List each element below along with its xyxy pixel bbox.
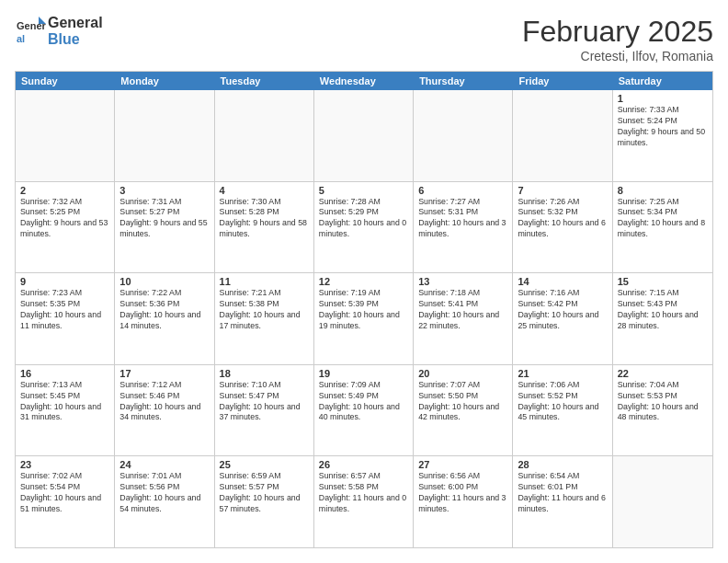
calendar-cell: 14Sunrise: 7:16 AM Sunset: 5:42 PM Dayli…	[513, 273, 612, 364]
day-number: 20	[418, 368, 507, 379]
title-block: February 2025 Cretesti, Ilfov, Romania	[522, 15, 713, 63]
day-info: Sunrise: 7:02 AM Sunset: 5:54 PM Dayligh…	[20, 471, 109, 515]
weekday-header: Monday	[115, 72, 214, 90]
day-number: 26	[319, 459, 408, 470]
day-info: Sunrise: 7:12 AM Sunset: 5:46 PM Dayligh…	[119, 380, 209, 424]
day-number: 6	[418, 185, 507, 196]
calendar-cell: 24Sunrise: 7:01 AM Sunset: 5:56 PM Dayli…	[115, 456, 214, 547]
day-info: Sunrise: 7:19 AM Sunset: 5:39 PM Dayligh…	[319, 288, 408, 332]
weekday-header: Wednesday	[314, 72, 414, 90]
weekday-header: Thursday	[414, 72, 513, 90]
logo-icon: Gener al	[15, 15, 48, 48]
calendar-body: 1Sunrise: 7:33 AM Sunset: 5:24 PM Daylig…	[16, 90, 712, 547]
calendar-cell: 1Sunrise: 7:33 AM Sunset: 5:24 PM Daylig…	[613, 90, 712, 181]
day-number: 5	[319, 185, 408, 196]
calendar-cell: 15Sunrise: 7:15 AM Sunset: 5:43 PM Dayli…	[613, 273, 712, 364]
day-number: 27	[418, 459, 507, 470]
calendar-row: 16Sunrise: 7:13 AM Sunset: 5:45 PM Dayli…	[16, 365, 712, 457]
svg-text:al: al	[17, 33, 25, 44]
calendar-row: 2Sunrise: 7:32 AM Sunset: 5:25 PM Daylig…	[16, 182, 712, 274]
calendar-cell: 28Sunrise: 6:54 AM Sunset: 6:01 PM Dayli…	[513, 456, 612, 547]
calendar-cell	[613, 456, 712, 547]
day-number: 12	[319, 276, 408, 287]
calendar-cell: 25Sunrise: 6:59 AM Sunset: 5:57 PM Dayli…	[215, 456, 314, 547]
calendar-cell: 18Sunrise: 7:10 AM Sunset: 5:47 PM Dayli…	[215, 365, 314, 456]
day-info: Sunrise: 7:01 AM Sunset: 5:56 PM Dayligh…	[119, 471, 209, 515]
day-number: 21	[518, 368, 607, 379]
day-number: 13	[418, 276, 507, 287]
day-info: Sunrise: 7:15 AM Sunset: 5:43 PM Dayligh…	[618, 288, 708, 332]
day-info: Sunrise: 7:06 AM Sunset: 5:52 PM Dayligh…	[518, 380, 607, 424]
calendar-cell	[414, 90, 513, 181]
calendar-cell: 5Sunrise: 7:28 AM Sunset: 5:29 PM Daylig…	[314, 182, 414, 273]
calendar-cell: 19Sunrise: 7:09 AM Sunset: 5:49 PM Dayli…	[314, 365, 414, 456]
day-number: 19	[319, 368, 408, 379]
day-info: Sunrise: 7:25 AM Sunset: 5:34 PM Dayligh…	[618, 197, 708, 241]
day-info: Sunrise: 7:13 AM Sunset: 5:45 PM Dayligh…	[20, 380, 109, 424]
calendar-cell: 13Sunrise: 7:18 AM Sunset: 5:41 PM Dayli…	[414, 273, 513, 364]
weekday-header: Friday	[513, 72, 612, 90]
calendar-page: Gener al General Blue February 2025 Cret…	[0, 0, 728, 563]
day-info: Sunrise: 7:18 AM Sunset: 5:41 PM Dayligh…	[418, 288, 507, 332]
calendar-cell: 23Sunrise: 7:02 AM Sunset: 5:54 PM Dayli…	[16, 456, 115, 547]
month-year: February 2025	[522, 15, 713, 49]
calendar-row: 23Sunrise: 7:02 AM Sunset: 5:54 PM Dayli…	[16, 456, 712, 547]
logo-blue: Blue	[48, 31, 80, 47]
calendar-cell: 16Sunrise: 7:13 AM Sunset: 5:45 PM Dayli…	[16, 365, 115, 456]
day-info: Sunrise: 7:10 AM Sunset: 5:47 PM Dayligh…	[220, 380, 309, 424]
calendar-row: 9Sunrise: 7:23 AM Sunset: 5:35 PM Daylig…	[16, 273, 712, 365]
location: Cretesti, Ilfov, Romania	[522, 49, 713, 63]
day-info: Sunrise: 7:16 AM Sunset: 5:42 PM Dayligh…	[518, 288, 607, 332]
day-number: 16	[20, 368, 109, 379]
calendar: SundayMondayTuesdayWednesdayThursdayFrid…	[15, 71, 713, 548]
calendar-cell: 6Sunrise: 7:27 AM Sunset: 5:31 PM Daylig…	[414, 182, 513, 273]
day-info: Sunrise: 7:28 AM Sunset: 5:29 PM Dayligh…	[319, 197, 408, 241]
day-number: 8	[618, 185, 708, 196]
day-number: 18	[220, 368, 309, 379]
calendar-cell: 10Sunrise: 7:22 AM Sunset: 5:36 PM Dayli…	[115, 273, 214, 364]
calendar-cell: 3Sunrise: 7:31 AM Sunset: 5:27 PM Daylig…	[115, 182, 214, 273]
day-info: Sunrise: 7:33 AM Sunset: 5:24 PM Dayligh…	[618, 105, 708, 149]
day-number: 22	[618, 368, 708, 379]
calendar-cell: 22Sunrise: 7:04 AM Sunset: 5:53 PM Dayli…	[613, 365, 712, 456]
calendar-cell	[115, 90, 214, 181]
logo-general: General	[48, 15, 103, 30]
logo: Gener al General Blue	[15, 15, 103, 48]
day-info: Sunrise: 7:31 AM Sunset: 5:27 PM Dayligh…	[119, 197, 209, 241]
day-info: Sunrise: 6:57 AM Sunset: 5:58 PM Dayligh…	[319, 471, 408, 515]
day-info: Sunrise: 7:23 AM Sunset: 5:35 PM Dayligh…	[20, 288, 109, 332]
day-info: Sunrise: 7:27 AM Sunset: 5:31 PM Dayligh…	[418, 197, 507, 241]
header: Gener al General Blue February 2025 Cret…	[15, 15, 713, 63]
calendar-cell: 11Sunrise: 7:21 AM Sunset: 5:38 PM Dayli…	[215, 273, 314, 364]
day-number: 25	[220, 459, 309, 470]
calendar-cell: 4Sunrise: 7:30 AM Sunset: 5:28 PM Daylig…	[215, 182, 314, 273]
day-number: 7	[518, 185, 607, 196]
day-info: Sunrise: 6:54 AM Sunset: 6:01 PM Dayligh…	[518, 471, 607, 515]
calendar-cell: 8Sunrise: 7:25 AM Sunset: 5:34 PM Daylig…	[613, 182, 712, 273]
day-number: 4	[220, 185, 309, 196]
day-number: 2	[20, 185, 109, 196]
calendar-cell	[16, 90, 115, 181]
day-number: 10	[119, 276, 209, 287]
calendar-header: SundayMondayTuesdayWednesdayThursdayFrid…	[16, 72, 712, 90]
day-info: Sunrise: 6:59 AM Sunset: 5:57 PM Dayligh…	[220, 471, 309, 515]
day-number: 15	[618, 276, 708, 287]
day-number: 3	[119, 185, 209, 196]
calendar-cell: 17Sunrise: 7:12 AM Sunset: 5:46 PM Dayli…	[115, 365, 214, 456]
calendar-cell: 20Sunrise: 7:07 AM Sunset: 5:50 PM Dayli…	[414, 365, 513, 456]
day-number: 11	[220, 276, 309, 287]
calendar-cell: 7Sunrise: 7:26 AM Sunset: 5:32 PM Daylig…	[513, 182, 612, 273]
day-info: Sunrise: 7:22 AM Sunset: 5:36 PM Dayligh…	[119, 288, 209, 332]
calendar-cell	[314, 90, 414, 181]
calendar-cell	[513, 90, 612, 181]
day-number: 17	[119, 368, 209, 379]
weekday-header: Sunday	[16, 72, 115, 90]
calendar-cell: 21Sunrise: 7:06 AM Sunset: 5:52 PM Dayli…	[513, 365, 612, 456]
day-number: 14	[518, 276, 607, 287]
day-info: Sunrise: 7:21 AM Sunset: 5:38 PM Dayligh…	[220, 288, 309, 332]
day-info: Sunrise: 7:32 AM Sunset: 5:25 PM Dayligh…	[20, 197, 109, 241]
calendar-cell	[215, 90, 314, 181]
calendar-cell: 27Sunrise: 6:56 AM Sunset: 6:00 PM Dayli…	[414, 456, 513, 547]
weekday-header: Tuesday	[215, 72, 314, 90]
day-info: Sunrise: 7:07 AM Sunset: 5:50 PM Dayligh…	[418, 380, 507, 424]
